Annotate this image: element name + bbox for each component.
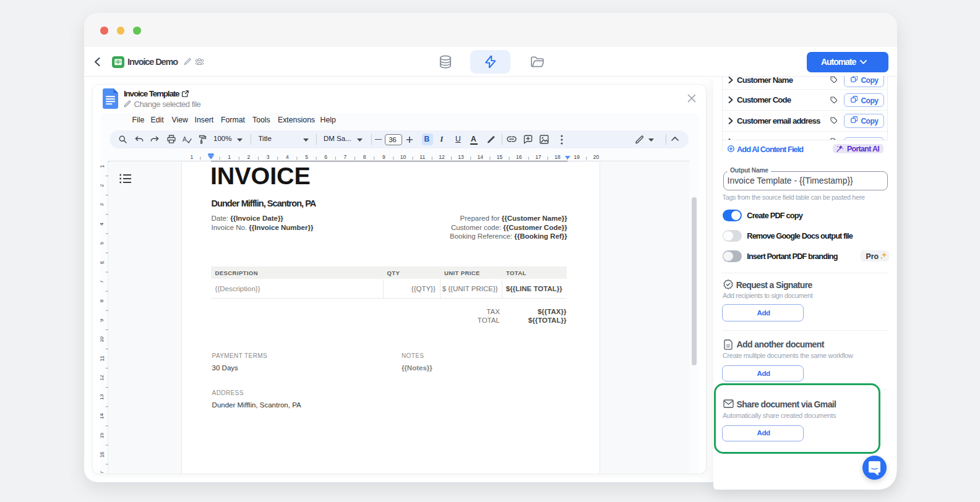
svg-text:4: 4 — [285, 154, 288, 160]
svg-text:14: 14 — [100, 413, 105, 419]
svg-text:8: 8 — [363, 154, 366, 160]
svg-text:13: 13 — [100, 394, 105, 400]
svg-text:10: 10 — [400, 154, 406, 160]
svg-text:1: 1 — [190, 154, 193, 160]
svg-text:15: 15 — [100, 432, 105, 438]
svg-text:14: 14 — [477, 154, 483, 160]
svg-text:5: 5 — [100, 242, 105, 245]
svg-text:2: 2 — [247, 154, 250, 160]
svg-text:11: 11 — [419, 154, 425, 160]
svg-text:12: 12 — [100, 375, 105, 381]
svg-text:15: 15 — [496, 154, 502, 160]
svg-text:18: 18 — [554, 154, 561, 160]
svg-text:10: 10 — [100, 336, 105, 342]
svg-text:6: 6 — [100, 261, 105, 264]
svg-text:3: 3 — [100, 203, 105, 206]
svg-text:17: 17 — [535, 154, 541, 160]
svg-text:2: 2 — [100, 184, 105, 187]
svg-text:19: 19 — [574, 154, 580, 160]
svg-text:17: 17 — [100, 471, 105, 474]
svg-text:12: 12 — [439, 154, 445, 160]
svg-text:20: 20 — [593, 154, 599, 160]
svg-text:16: 16 — [515, 154, 522, 160]
svg-text:A: A — [183, 135, 187, 143]
svg-text:7: 7 — [343, 154, 346, 160]
svg-text:5: 5 — [305, 154, 308, 160]
svg-text:1: 1 — [100, 164, 105, 168]
svg-text:9: 9 — [382, 154, 385, 160]
svg-text:7: 7 — [100, 280, 105, 283]
svg-text:6: 6 — [324, 154, 327, 160]
svg-text:13: 13 — [458, 154, 464, 160]
svg-text:1: 1 — [228, 154, 231, 160]
svg-text:16: 16 — [100, 452, 105, 458]
svg-text:3: 3 — [266, 154, 269, 160]
svg-text:8: 8 — [100, 299, 105, 302]
svg-text:11: 11 — [100, 355, 105, 361]
svg-text:9: 9 — [100, 318, 105, 321]
svg-text:4: 4 — [100, 223, 105, 226]
